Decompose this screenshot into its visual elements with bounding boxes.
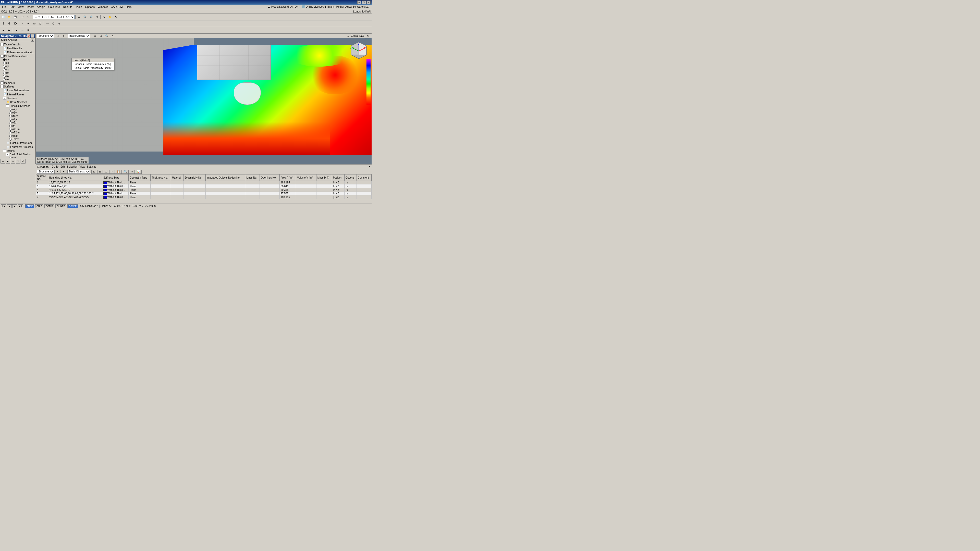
tree-s1plus[interactable]: σ1+ (0, 111, 35, 114)
menu-results[interactable]: Results (62, 5, 74, 9)
tb-forces[interactable]: ⬡ (51, 21, 56, 27)
tree-elastic-stress[interactable]: 📄 Elastic Stress Components (0, 141, 35, 145)
surf-menu-edit[interactable]: Edit (60, 165, 65, 168)
nav-prev-btn[interactable]: ◄ (0, 159, 5, 164)
table-row[interactable]: 51,2,4,271,70-65,28-31,66,69,262,263-2..… (36, 192, 372, 195)
tree-internal-forces[interactable]: 📄 Internal Forces (0, 92, 35, 97)
radio-ux[interactable] (3, 62, 6, 64)
tb-show-lines[interactable]: ─ (20, 27, 25, 33)
viewport-content[interactable]: x y z Surfaces | max εγ: 0.06 | min εγ: … (36, 38, 372, 164)
table-row[interactable]: 319-26,36-45,27Without Thick...Plane50.0… (36, 184, 372, 188)
load-combo-select[interactable]: CO2 · LC1 + LC2 + LC3 + LC4 (33, 15, 75, 19)
tb-members[interactable]: ━ (25, 21, 31, 27)
tb-show-mesh[interactable]: ⊞ (25, 27, 31, 33)
status-last[interactable]: ►| (18, 204, 23, 208)
surf-action-3[interactable]: ⬡ (103, 170, 109, 174)
th-eccentricity[interactable]: Eccentricity No. (183, 175, 205, 181)
radio-phiz[interactable] (3, 78, 6, 81)
tree-basic-stresses[interactable]: 📁 Basic Stresses (0, 100, 35, 104)
vp-tb-1[interactable]: ⊡ (92, 34, 98, 39)
surf-action-6[interactable]: 🔍 (122, 170, 129, 174)
tree-st1m[interactable]: σT1,m (0, 127, 35, 131)
th-comment[interactable]: Comment (356, 175, 371, 181)
tb-grid[interactable]: G (6, 21, 12, 27)
tree-stresses[interactable]: - Stresses (0, 97, 35, 100)
tree-basic-total-strains[interactable]: - Basic Total Strains (0, 152, 35, 156)
radio-s1plus[interactable] (9, 111, 12, 114)
tb-save[interactable]: 💾 (12, 14, 18, 20)
tree-sn[interactable]: σn (0, 124, 35, 127)
tree-s1m[interactable]: σ1,m (0, 114, 35, 118)
tree-surfaces[interactable]: - Surfaces (0, 85, 35, 88)
grid-btn[interactable]: GRID (35, 204, 44, 208)
radio-s1m[interactable] (9, 115, 12, 118)
bgrid-btn[interactable]: BGRID (45, 204, 54, 208)
vp-tb-4[interactable]: ✕ (110, 34, 115, 39)
menu-insert[interactable]: Insert (25, 5, 35, 9)
tb-redo[interactable]: ↪ (25, 14, 31, 20)
tb-nodes[interactable]: · (20, 21, 25, 27)
radio-phiy[interactable] (3, 75, 6, 78)
radio-st1m[interactable] (9, 128, 12, 130)
vp-btn-2[interactable]: ► (61, 34, 67, 39)
surfaces-table-wrapper[interactable]: SurfaceNo. Boundary Lines No. Stiffness … (36, 174, 372, 204)
expand-icon[interactable]: - (6, 153, 9, 156)
surf-action-2[interactable]: ⊟ (97, 170, 103, 174)
tb-zoom-in[interactable]: 🔍 (82, 14, 88, 20)
table-row[interactable]: 116,17,28,65-47,18Without Thick...Plane1… (36, 181, 372, 184)
radio-tmax[interactable] (9, 135, 12, 137)
surf-basic-objects-combo[interactable]: Basic Objects (67, 170, 90, 174)
tb-prev-result[interactable]: ◄ (0, 27, 6, 33)
th-boundary-lines[interactable]: Boundary Lines No. (48, 175, 102, 181)
tb-stress[interactable]: σ (56, 21, 62, 27)
th-openings-no[interactable]: Openings No. (260, 175, 280, 181)
tb-zoom-out[interactable]: 🔎 (88, 14, 94, 20)
menu-calculate[interactable]: Calculate (47, 5, 62, 9)
tree-local-deform[interactable]: 📄 Local Deformations (0, 88, 35, 92)
th-volume[interactable]: Volume V [m³] (296, 175, 316, 181)
menu-cadbim[interactable]: CAD-BIM (109, 5, 124, 9)
tree-equiv-stresses[interactable]: 📄 Equivalent Stresses (0, 145, 35, 149)
tree-ux[interactable]: ux (0, 61, 35, 65)
th-stiffness[interactable]: Stiffness Type (102, 175, 129, 181)
osnap-btn[interactable]: OSNAP (67, 204, 78, 208)
menu-help[interactable]: Help (124, 5, 133, 9)
nav-expand-btn[interactable]: ▼ (31, 38, 34, 41)
surf-action-7[interactable]: ⚙ (129, 170, 135, 174)
tree-strains[interactable]: - Strains (0, 149, 35, 152)
menu-options[interactable]: Options (83, 5, 96, 9)
ctx-item-3[interactable]: Solids | Basic Stresses σy [kN/m²] (72, 66, 114, 70)
menu-view[interactable]: View (16, 5, 25, 9)
status-next[interactable]: ► (12, 204, 17, 208)
tb-surfaces[interactable]: ▭ (32, 21, 37, 27)
table-row[interactable]: 7273,274,388,403-397,470-459,275Without … (36, 195, 372, 199)
nav-pin[interactable]: 📌 (27, 34, 30, 38)
radio-s1minus[interactable] (9, 118, 12, 121)
vp-tb-2[interactable]: ⊟ (98, 34, 103, 39)
tb-next-result[interactable]: ► (6, 27, 12, 33)
th-options[interactable]: Options (344, 175, 356, 181)
menu-tools[interactable]: Tools (74, 5, 83, 9)
tb-solids[interactable]: ⬡ (37, 21, 43, 27)
panel-close-btn[interactable]: ✕ (369, 165, 371, 168)
radio-s2plus[interactable] (9, 108, 12, 111)
surf-btn-2[interactable]: ► (61, 170, 67, 174)
tree-uv[interactable]: uv (0, 58, 35, 61)
nav-center-btn[interactable]: ⊙ (21, 159, 25, 164)
th-nodes-no[interactable]: Integrated Objects Nodes No. (205, 175, 245, 181)
th-area[interactable]: Area A [m²] (280, 175, 296, 181)
tree-s2minus[interactable]: σ2,- (0, 121, 35, 124)
table-row[interactable]: 44-9,268,37-58,270Without Thick...Plane6… (36, 188, 372, 192)
tree-uz[interactable]: uz (0, 68, 35, 71)
search-bar[interactable]: ▲ Type a keyword (Alt+Q) (266, 5, 300, 8)
ctx-item-1[interactable]: Loads [kN/m²] (72, 59, 114, 62)
close-button[interactable]: ✕ (366, 0, 371, 4)
radio-st2m[interactable] (9, 131, 12, 134)
tree-st2m[interactable]: σT2,m (0, 131, 35, 134)
surf-menu-settings[interactable]: Settings (87, 165, 96, 168)
nav-down-btn[interactable]: ▼ (16, 159, 21, 164)
tb-3d-view[interactable]: 3D (12, 21, 18, 27)
expand-icon[interactable]: - (0, 85, 3, 88)
th-geometry[interactable]: Geometry Type (129, 175, 150, 181)
vp-btn-1[interactable]: ◄ (55, 34, 60, 39)
